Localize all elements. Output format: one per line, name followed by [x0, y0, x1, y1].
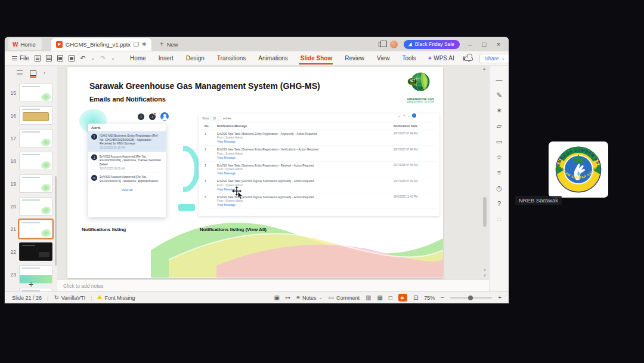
slide-thumbnail[interactable]: 18 [7, 152, 57, 170]
screenshot-appbar-icons: i ♪ [138, 112, 169, 121]
file-menu-label: File [20, 55, 29, 61]
menu-tab[interactable]: Tools [400, 53, 416, 64]
sidebar-icon[interactable]: ✶ [490, 103, 509, 118]
file-menu[interactable]: File [12, 55, 29, 61]
slideshow-play-button[interactable]: ▶ [398, 294, 407, 302]
account-avatar[interactable] [390, 41, 398, 48]
info-icon: i [138, 113, 144, 120]
menu-tab[interactable]: Slide Show [299, 53, 333, 64]
notes-area[interactable]: Click to add notes [57, 279, 489, 291]
slide-canvas: Sarawak Greenhouse Gas Management System… [57, 66, 489, 279]
sidebar-icon[interactable]: ▱ [490, 118, 509, 134]
menu-tab[interactable]: Home [128, 53, 147, 64]
comment-toggle[interactable]: ▭ Comment [328, 294, 359, 301]
slide-number: 17 [7, 136, 16, 141]
sidebar-icon[interactable]: — [490, 72, 509, 87]
next-slide-button[interactable]: ∨ [484, 273, 486, 277]
menu-tab[interactable]: Transitions [215, 53, 247, 64]
sidebar-icon[interactable]: ✎ [490, 87, 509, 103]
alerts-title: Alerts [88, 124, 166, 131]
menu-tab[interactable]: Insert [157, 53, 174, 64]
row-number: 5 [202, 193, 215, 209]
menu-tab[interactable]: ✦WPS AI [427, 53, 455, 64]
notes-toggle[interactable]: ≡ Notes ⌄ [296, 294, 322, 301]
slide-21[interactable]: Sarawak Greenhouse Gas Management System… [67, 67, 443, 278]
sidebar-icon[interactable]: ∷ [490, 211, 509, 227]
slide-thumbnail[interactable]: 16 [7, 106, 57, 125]
zoom-in-button[interactable]: + [498, 294, 501, 301]
slide-number: 22 [7, 249, 16, 255]
new-tab-button[interactable]: + New [160, 40, 178, 48]
slide-thumbnail[interactable]: 21 [7, 220, 57, 238]
sidebar-icon[interactable]: ▭ [490, 134, 509, 149]
export-icon[interactable] [46, 55, 52, 61]
scroll-up-arrow-icon[interactable]: ▲ [482, 67, 486, 70]
slide-preview [19, 84, 52, 102]
slide-thumbnail[interactable]: 15 [7, 84, 57, 102]
slide-indicator: Slide 21 / 26 [12, 295, 42, 301]
zoom-out-button[interactable]: − [441, 294, 444, 301]
fit-slide-icon[interactable]: ⊡ [413, 294, 418, 301]
slide-number: 18 [7, 158, 16, 164]
notification-message: EnVISS New Task: [EnVISS Signup Submissi… [217, 180, 389, 183]
share-button[interactable]: Share ⌄ [479, 54, 509, 63]
sidebar-icon[interactable]: ≡ [490, 165, 509, 180]
outline-view-icon[interactable] [17, 70, 23, 75]
wave-decoration [151, 207, 443, 278]
slide-thumbnail[interactable]: 22 [7, 242, 57, 261]
menu-tab[interactable]: Design [184, 53, 205, 64]
slide-thumbnail[interactable]: 20 [7, 197, 57, 216]
zoom-slider-knob[interactable] [468, 296, 473, 300]
cloud-sync-icon[interactable] [465, 56, 473, 61]
alert-message: [GHG-MS] Business Entity Registration [R… [100, 134, 163, 146]
zoom-slider[interactable] [450, 297, 492, 299]
play-icon: ▶ [401, 296, 404, 300]
minimize-button[interactable]: – [466, 41, 474, 48]
print-preview-icon[interactable] [69, 55, 75, 61]
undo-icon[interactable]: ↶ [80, 54, 85, 62]
zoom-level[interactable]: 75% [424, 295, 435, 301]
document-tab[interactable]: P GHGMS_Briefing_v1.pptx ✱ [51, 38, 151, 51]
jump-to-icon[interactable]: ↦ [286, 294, 290, 301]
presenter-view-icon[interactable]: ▣ [274, 294, 279, 301]
menu-tab[interactable]: View [375, 53, 391, 64]
notification-date: 30/7/2025 07:49 AM [391, 130, 436, 146]
previous-slide-button[interactable]: ∧ [484, 267, 486, 272]
menu-tab[interactable]: Animations [256, 53, 288, 64]
window-stack-icon[interactable] [379, 42, 384, 47]
add-slide-button[interactable]: + [5, 279, 57, 289]
undo-history-chevron-icon[interactable]: ⌄ [91, 56, 95, 61]
slide-thumbnail[interactable]: 19 [7, 174, 57, 193]
menu-tab-label: Tools [402, 55, 416, 61]
menu-tab-label: WPS AI [434, 55, 454, 61]
theme-button[interactable]: ↻ VanillaVTI [54, 294, 85, 301]
toolbar-more-chevron-icon[interactable]: ⌄ [111, 56, 115, 61]
alert-date: 30/07/2025 08:09 AM [100, 167, 163, 170]
scrollbar-thumb[interactable] [483, 197, 487, 227]
slide-number: 19 [7, 181, 16, 187]
slide-preview [19, 197, 52, 216]
print-icon[interactable] [57, 55, 63, 61]
thumbnail-scrollbar[interactable] [55, 176, 57, 266]
menu-tab[interactable]: Review [343, 53, 365, 64]
wps-logo-icon: W [13, 41, 18, 48]
font-missing-warning[interactable]: Font Missing [97, 295, 135, 301]
slide-thumbnail[interactable]: 17 [7, 129, 57, 147]
home-tab[interactable]: W Home [8, 38, 42, 50]
sidebar-icon[interactable]: ☆ [490, 149, 509, 165]
canvas-scrollbar[interactable]: ▲ ∧ ∨ [482, 67, 488, 278]
reading-view-icon[interactable]: □ [389, 294, 392, 301]
sidebar-icon[interactable]: ? [490, 196, 509, 211]
bolt-icon [408, 42, 413, 47]
slide-title: Sarawak Greenhouse Gas Management System… [89, 81, 320, 91]
normal-view-icon[interactable]: ▥ [366, 294, 371, 301]
slide-view-icon[interactable] [30, 70, 36, 76]
save-icon[interactable] [35, 55, 41, 61]
black-friday-sale-button[interactable]: Black Friday Sale [404, 40, 460, 49]
notification-message: EnVISS New Task: [Business Entity Regist… [217, 148, 389, 152]
expand-panel-chevron-icon[interactable]: › [44, 70, 45, 76]
close-button[interactable]: × [494, 41, 503, 48]
sidebar-icon[interactable]: ◷ [490, 180, 509, 196]
slide-sorter-icon[interactable]: ▦ [377, 294, 382, 301]
maximize-button[interactable]: □ [480, 41, 488, 48]
